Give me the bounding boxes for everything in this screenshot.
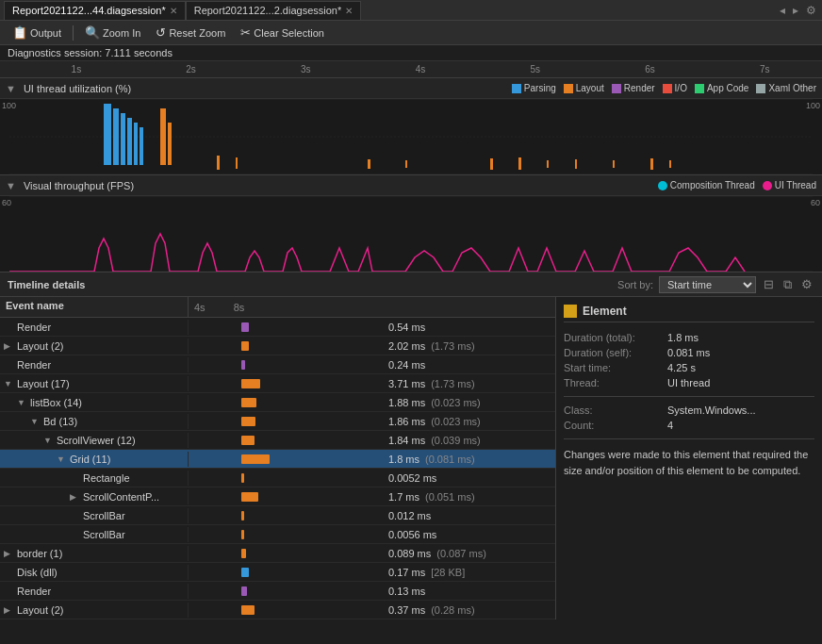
table-row[interactable]: ▼ listBox (14) 1.88 ms (0.023 ms) (0, 393, 555, 412)
sort-label: Sort by: (617, 279, 653, 290)
right-details: Element Duration (total): 1.8 ms Duratio… (556, 297, 822, 619)
event-time: 0.012 ms (388, 510, 431, 521)
visual-throughput-chart-canvas[interactable]: 60 60 (0, 196, 822, 272)
tree-cell-bar: 1.86 ms (0.023 ms) (189, 414, 555, 429)
legend-label: Xaml Other (768, 83, 816, 93)
event-time-secondary: (0.023 ms) (431, 397, 481, 408)
legend-label: UI Thread (775, 180, 816, 190)
table-row[interactable]: ScrollBar 0.012 ms (0, 506, 555, 525)
expand-icon[interactable]: ▶ (4, 605, 15, 615)
ui-thread-legend: ParsingLayoutRenderI/OApp CodeXaml Other (512, 83, 816, 93)
svg-rect-13 (368, 159, 370, 169)
expand-icon[interactable]: ▼ (4, 379, 15, 388)
expand-icon[interactable]: ▶ (4, 549, 15, 558)
table-row[interactable]: ▼ Grid (11) 1.8 ms (0.081 ms) (0, 450, 555, 469)
tab-scroll-right-icon[interactable]: ▸ (791, 2, 800, 19)
table-row[interactable]: Render 0.24 ms (0, 355, 555, 374)
table-row[interactable]: ▼ Layout (17) 3.71 ms (1.73 ms) (0, 374, 555, 393)
ui-thread-chart-title: UI thread utilization (%) (24, 83, 131, 94)
settings-gear-icon[interactable]: ⚙ (799, 275, 814, 293)
table-row[interactable]: Render 0.13 ms (0, 582, 555, 601)
toolbar: 📋 Output 🔍 Zoom In ↺ Reset Zoom ✂ Clear … (0, 21, 822, 45)
sort-group-icon[interactable]: ⊟ (762, 275, 776, 293)
table-row[interactable]: ▼ ScrollViewer (12) 1.84 ms (0.039 ms) (0, 431, 555, 450)
tree-cell-bar: 0.0056 ms (189, 527, 555, 542)
sort-select[interactable]: Start time Duration (total) Duration (se… (659, 276, 756, 293)
event-bar (241, 605, 255, 615)
start-time-label: Start time: (564, 362, 667, 373)
table-row[interactable]: ▶ Layout (2) 0.37 ms (0.28 ms) (0, 601, 555, 619)
legend-item: Parsing (512, 83, 556, 93)
event-time: 1.86 ms (388, 416, 425, 427)
element-icon (564, 305, 577, 318)
table-row[interactable]: ▶ border (1) 0.089 ms (0.087 ms) (0, 544, 555, 563)
legend-color (612, 84, 621, 93)
ruler-marks: 1s2s3s4s5s6s7s (19, 64, 822, 74)
right-details-title: Element (583, 305, 627, 318)
settings-icon[interactable]: ⚙ (804, 2, 818, 19)
event-bar (241, 341, 249, 351)
tab-1-close[interactable]: ✕ (170, 6, 177, 16)
output-button[interactable]: 📋 Output (6, 23, 68, 42)
clear-selection-button[interactable]: ✂ Clear Selection (234, 23, 331, 42)
details-header: Timeline details Sort by: Start time Dur… (0, 272, 822, 297)
expand-icon[interactable]: ▼ (30, 417, 41, 426)
table-row[interactable]: Disk (dll) 0.17 ms [28 KB] (0, 563, 555, 582)
expand-icon[interactable]: ▼ (57, 454, 68, 464)
expand-icon[interactable]: ▼ (17, 398, 28, 407)
expand-icon[interactable]: ▶ (70, 492, 81, 502)
tree-cell-name: ▼ listBox (14) (0, 395, 189, 410)
tree-cell-name: Disk (dll) (0, 565, 189, 580)
count-label: Count: (564, 420, 667, 431)
tree-cell-name: ▶ border (1) (0, 546, 189, 561)
table-row[interactable]: ScrollBar 0.0056 ms (0, 525, 555, 544)
reset-zoom-button[interactable]: ↺ Reset Zoom (149, 23, 232, 42)
expand-icon[interactable]: ▶ (4, 341, 15, 351)
tab-bar: Report2021122...44.diagsession* ✕ Report… (0, 0, 822, 21)
legend-item: Render (612, 83, 655, 93)
table-row[interactable]: Rectangle 0.0052 ms (0, 469, 555, 487)
filter-icon[interactable]: ⧉ (781, 275, 794, 294)
ruler-mark: 1s (19, 64, 134, 74)
tree-cell-bar: 3.71 ms (1.73 ms) (189, 376, 555, 391)
tab-scroll-left-icon[interactable]: ◂ (778, 2, 787, 19)
bar-container (194, 604, 383, 616)
duration-total-label: Duration (total): (564, 332, 667, 343)
event-name-text: Rectangle (83, 472, 130, 484)
table-row[interactable]: ▶ ScrollContentP... 1.7 ms (0.051 ms) (0, 487, 555, 506)
event-name-text: Grid (11) (70, 454, 110, 465)
visual-throughput-svg (9, 196, 813, 272)
tree-cell-bar: 0.13 ms (189, 584, 555, 599)
bar-container (194, 454, 383, 465)
tree-col-event-header: Event name (0, 297, 189, 317)
detail-description: Changes were made to this element that r… (564, 447, 814, 478)
tree-cell-bar: 1.88 ms (0.023 ms) (189, 395, 555, 410)
tab-2-close[interactable]: ✕ (345, 6, 353, 16)
event-time: 1.7 ms (388, 491, 419, 503)
tab-1[interactable]: Report2021122...44.diagsession* ✕ (4, 1, 186, 20)
tab-2[interactable]: Report2021122...2.diagsession* ✕ (186, 1, 362, 20)
bar-container (194, 529, 383, 540)
event-time: 0.24 ms (388, 359, 425, 371)
visual-throughput-legend: Composition ThreadUI Thread (658, 180, 816, 190)
svg-rect-7 (134, 123, 138, 165)
ui-thread-svg (9, 99, 813, 174)
visual-throughput-collapse-icon[interactable]: ▼ (6, 180, 16, 191)
legend-label: Composition Thread (670, 180, 755, 190)
tree-header: Event name 4s 8s (0, 297, 555, 318)
thread-value: UI thread (667, 377, 710, 388)
event-name-text: Layout (2) (17, 604, 64, 616)
ui-thread-chart-canvas[interactable]: 100 100 (0, 99, 822, 174)
svg-rect-10 (168, 123, 172, 165)
table-row[interactable]: ▶ Layout (2) 2.02 ms (1.73 ms) (0, 337, 555, 355)
expand-icon[interactable]: ▼ (43, 436, 55, 445)
output-label: Output (30, 27, 61, 39)
tree-cell-name: ▶ ScrollContentP... (0, 489, 189, 504)
zoom-in-button[interactable]: 🔍 Zoom In (78, 23, 147, 42)
table-row[interactable]: Render 0.54 ms (0, 318, 555, 337)
table-row[interactable]: ▼ Bd (13) 1.86 ms (0.023 ms) (0, 412, 555, 431)
event-time: 0.13 ms (388, 586, 425, 597)
event-bar (241, 473, 244, 483)
ui-thread-collapse-icon[interactable]: ▼ (6, 83, 16, 94)
tab-2-label: Report2021122...2.diagsession* (194, 5, 342, 16)
